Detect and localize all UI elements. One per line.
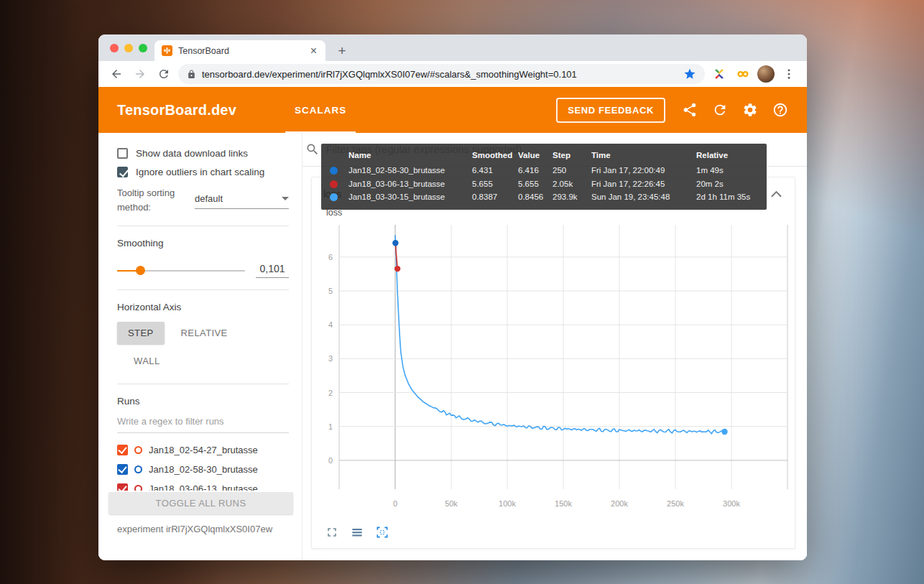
axis-wall-button[interactable]: WALL [123, 350, 171, 372]
fit-domain-button[interactable] [374, 524, 391, 541]
tooltip-cell-time: Fri Jan 17, 22:00:49 [591, 164, 696, 177]
svg-text:1: 1 [328, 422, 333, 431]
search-icon [305, 142, 320, 157]
show-download-links-checkbox[interactable] [117, 148, 128, 159]
divider [117, 384, 289, 384]
run-color-toggle[interactable] [134, 485, 142, 491]
run-checkbox[interactable] [117, 483, 128, 491]
tooltip-col-header: Value [518, 149, 553, 164]
show-download-links-label: Show data download links [136, 148, 248, 159]
tooltip-row: Jan18_03-30-15_brutasse0.83870.8456293.9… [330, 190, 758, 203]
tooltip-cell-value: 6.416 [518, 164, 553, 177]
horizontal-axis-label: Horizontal Axis [117, 302, 289, 312]
loss-chart[interactable]: 050k100k150k200k250k300k0123456 [316, 218, 796, 522]
run-row[interactable]: Jan18_02-54-27_brutasse [117, 440, 289, 460]
tooltip-sorting-label: Tooltip sorting method: [117, 186, 186, 214]
collapse-chevron-icon[interactable] [771, 187, 782, 200]
run-row[interactable]: Jan18_03-06-13_brutasse [117, 479, 289, 491]
tooltip-cell-smoothed: 5.655 [472, 177, 518, 190]
tooltip-cell-relative: 20m 2s [696, 177, 758, 190]
run-dot-icon [330, 193, 338, 201]
colab-extension-icon[interactable] [734, 65, 752, 83]
tooltip-cell-name: Jan18_03-06-13_brutasse [348, 177, 472, 190]
smoothing-value[interactable]: 0,101 [256, 263, 289, 278]
settings-gear-icon[interactable] [741, 102, 758, 119]
share-icon[interactable] [681, 102, 698, 119]
tooltip-body: Jan18_02-58-30_brutasse6.4316.416250Fri … [330, 164, 758, 203]
lock-icon [187, 70, 196, 79]
tooltip-cell-step: 293.9k [553, 190, 591, 203]
browser-tab[interactable]: TensorBoard × [154, 40, 325, 61]
tooltip-cell-relative: 2d 1h 11m 35s [696, 190, 758, 203]
expand-chart-button[interactable] [323, 524, 341, 541]
tooltip-cell-time: Fri Jan 17, 22:26:45 [591, 177, 696, 190]
svg-text:300k: 300k [723, 499, 740, 508]
chevron-down-icon [282, 197, 289, 200]
svg-text:4: 4 [328, 320, 333, 329]
tooltip-cell-name: Jan18_03-30-15_brutasse [348, 190, 472, 203]
svg-text:3: 3 [328, 354, 333, 363]
tooltip-col-header: Name [348, 149, 472, 164]
run-checkbox[interactable] [117, 445, 128, 455]
tooltip-row: Jan18_02-58-30_brutasse6.4316.416250Fri … [330, 164, 758, 177]
run-color-toggle[interactable] [134, 446, 142, 454]
url-bar[interactable]: tensorboard.dev/experiment/irRl7jXGQlqml… [178, 64, 705, 84]
smoothing-slider[interactable] [117, 266, 245, 275]
help-icon[interactable] [772, 102, 788, 119]
url-text[interactable]: tensorboard.dev/experiment/irRl7jXGQlqml… [202, 69, 678, 80]
address-bar: tensorboard.dev/experiment/irRl7jXGQlqml… [98, 61, 807, 87]
ignore-outliers-checkbox[interactable] [117, 167, 128, 177]
close-window-button[interactable] [110, 44, 119, 52]
svg-text:200k: 200k [611, 499, 628, 508]
forward-button[interactable] [131, 65, 149, 83]
bookmark-star-icon[interactable] [683, 68, 696, 80]
send-feedback-button[interactable]: SEND FEEDBACK [556, 98, 665, 123]
tab-scalars[interactable]: SCALARS [285, 87, 356, 133]
tooltip-cell-value: 5.655 [518, 177, 553, 190]
toggle-all-runs-button[interactable]: TOGGLE ALL RUNS [108, 492, 293, 514]
ignore-outliers-label: Ignore outliers in chart scaling [136, 167, 264, 177]
svg-text:6: 6 [328, 253, 333, 261]
run-list: Jan18_02-54-27_brutasseJan18_02-58-30_br… [117, 440, 289, 491]
run-color-toggle[interactable] [134, 465, 142, 473]
extension-icon[interactable] [710, 65, 729, 83]
chart-tooltip: NameSmoothedValueStepTimeRelative Jan18_… [321, 144, 767, 210]
tooltip-sorting-value: default [195, 193, 223, 204]
refresh-icon[interactable] [711, 102, 728, 119]
loss-chart-card: loss loss 050k100k150k200k250k300k012345… [311, 177, 795, 549]
smoothing-slider-knob[interactable] [136, 266, 145, 275]
profile-avatar[interactable] [757, 65, 775, 83]
run-dot-icon [330, 180, 338, 188]
tooltip-row: Jan18_03-06-13_brutasse5.6555.6552.05kFr… [330, 177, 758, 190]
browser-menu-icon[interactable] [780, 65, 798, 83]
tooltip-sorting-dropdown[interactable]: default [195, 193, 289, 209]
run-checkbox[interactable] [117, 464, 128, 475]
series-end-dot [721, 429, 727, 435]
app-title: TensorBoard.dev [117, 102, 236, 119]
reload-button[interactable] [154, 65, 173, 83]
zoom-window-button[interactable] [139, 44, 147, 52]
show-download-links-row[interactable]: Show data download links [117, 148, 289, 159]
run-label: Jan18_02-54-27_brutasse [149, 445, 258, 455]
tooltip-cell-name: Jan18_02-58-30_brutasse [348, 164, 472, 177]
tooltip-table: NameSmoothedValueStepTimeRelative Jan18_… [330, 149, 758, 203]
run-row[interactable]: Jan18_02-58-30_brutasse [117, 460, 289, 479]
experiment-name: experiment irRl7jXGQlqmlxXS0I07ew [117, 524, 289, 534]
new-tab-button[interactable]: + [331, 40, 353, 61]
tab-close-icon[interactable]: × [309, 45, 318, 57]
tooltip-col-header: Relative [696, 149, 758, 164]
ignore-outliers-row[interactable]: Ignore outliers in chart scaling [117, 167, 289, 177]
axis-relative-button[interactable]: RELATIVE [170, 322, 239, 344]
runs-label: Runs [117, 396, 289, 407]
chart-options-button[interactable] [348, 524, 366, 541]
desktop-background: TensorBoard × + tensorboard.dev/experime… [0, 0, 924, 584]
settings-sidebar: Show data download links Ignore outliers… [98, 133, 302, 560]
back-button[interactable] [107, 65, 126, 83]
minimize-window-button[interactable] [124, 44, 133, 52]
tooltip-cell-smoothed: 0.8387 [472, 190, 518, 203]
main-content: loss loss 050k100k150k200k250k300k012345… [302, 133, 807, 560]
runs-filter-input[interactable] [117, 416, 289, 433]
tab-title: TensorBoard [178, 46, 303, 56]
series-end-dot [392, 240, 398, 246]
axis-step-button[interactable]: STEP [117, 322, 165, 344]
